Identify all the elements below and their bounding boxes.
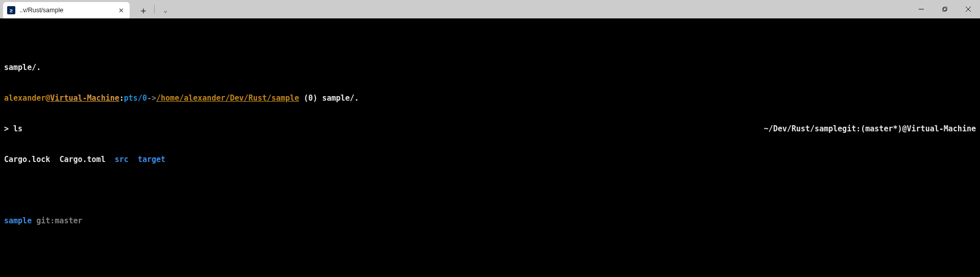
new-tab-button[interactable]: + xyxy=(135,2,152,18)
prompt-symbol: > xyxy=(4,124,13,133)
prompt-user: alexander xyxy=(4,94,45,103)
tab-title: ..v/Rust/sample xyxy=(19,7,116,14)
window-titlebar: ≥ ..v/Rust/sample ✕ + ⌄ xyxy=(0,0,980,18)
command-row: > ls ~/Dev/Rust/samplegit:(master*)@Virt… xyxy=(4,124,976,134)
prompt-space xyxy=(299,94,304,103)
prompt-context-line: alexander@Virtual-Machine:pts/0->/home/a… xyxy=(4,93,976,103)
svg-rect-2 xyxy=(944,7,947,11)
prompt-jobs: (0) xyxy=(304,94,317,103)
minimize-icon xyxy=(919,7,924,12)
window-minimize-button[interactable] xyxy=(910,0,933,18)
prompt-tty: pts/0 xyxy=(124,94,147,103)
tab-close-button[interactable]: ✕ xyxy=(116,6,126,15)
ls-dir: src xyxy=(115,155,129,164)
tab-separator xyxy=(154,5,155,14)
ls-file: Cargo.lock xyxy=(4,155,50,164)
status-dir: sample xyxy=(4,216,32,225)
rprompt: ~/Dev/Rust/samplegit:(master*)@Virtual-M… xyxy=(764,124,976,134)
prompt-colon: : xyxy=(119,94,124,103)
prompt-header-line: sample/. xyxy=(4,62,976,73)
prompt-cwd: /home/alexander/Dev/Rust/sample xyxy=(156,94,299,103)
window-close-button[interactable] xyxy=(957,0,980,18)
close-icon xyxy=(966,7,971,12)
git-status-line: sample git:master xyxy=(4,216,976,226)
prompt-arrow: -> xyxy=(147,94,156,103)
typed-command: ls xyxy=(13,124,22,133)
ls-output: Cargo.lock Cargo.toml src target xyxy=(4,154,976,165)
blank-line xyxy=(4,246,976,257)
powershell-icon: ≥ xyxy=(7,6,15,14)
terminal-pane[interactable]: sample/. alexander@Virtual-Machine:pts/0… xyxy=(0,18,980,277)
status-git: git: xyxy=(36,216,55,225)
ls-file: Cargo.toml xyxy=(59,155,105,164)
blank-line xyxy=(4,185,976,195)
tab-active[interactable]: ≥ ..v/Rust/sample ✕ xyxy=(3,2,130,18)
svg-rect-1 xyxy=(943,8,946,12)
prompt-host: Virtual-Machine xyxy=(50,94,119,103)
window-controls xyxy=(910,0,980,18)
prompt-at: @ xyxy=(45,94,50,103)
window-maximize-button[interactable] xyxy=(933,0,957,18)
prompt-trailing: sample/. xyxy=(317,94,359,103)
tab-dropdown-button[interactable]: ⌄ xyxy=(157,2,174,18)
status-branch: master xyxy=(55,216,82,225)
ls-dir: target xyxy=(138,155,165,164)
maximize-icon xyxy=(942,7,947,12)
